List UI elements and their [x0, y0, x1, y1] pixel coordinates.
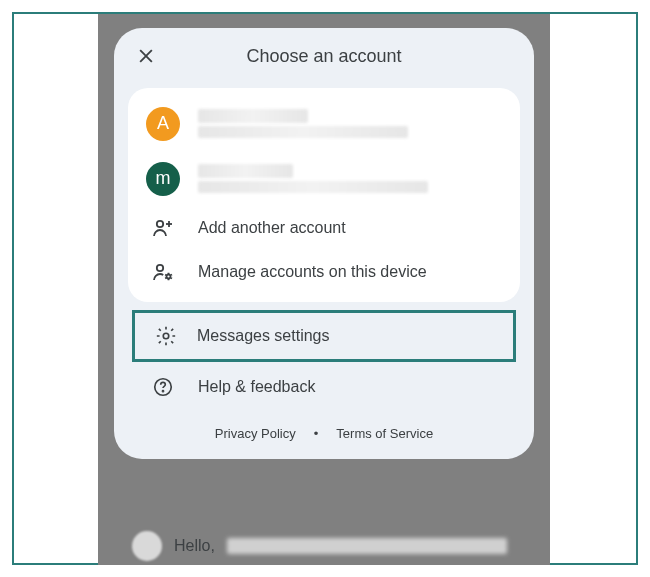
- close-icon: [136, 46, 156, 66]
- hello-text: Hello,: [174, 537, 215, 555]
- svg-point-2: [157, 221, 163, 227]
- messages-settings-label: Messages settings: [197, 327, 330, 345]
- outer-frame: Choose an account A m: [12, 12, 638, 565]
- svg-point-9: [162, 391, 163, 392]
- messages-settings-row[interactable]: Messages settings: [135, 313, 513, 359]
- redacted-text: [227, 538, 507, 554]
- redacted-email: [198, 126, 408, 138]
- account-row[interactable]: A: [128, 96, 520, 151]
- redacted-email: [198, 181, 428, 193]
- svg-point-6: [167, 275, 171, 279]
- lower-actions: Messages settings Help & feedback: [114, 302, 534, 412]
- redacted-name: [198, 109, 308, 123]
- terms-of-service-link[interactable]: Terms of Service: [336, 426, 433, 441]
- footer-links: Privacy Policy • Terms of Service: [114, 412, 534, 445]
- person-gear-icon: [151, 260, 175, 284]
- phone-background: Choose an account A m: [98, 14, 550, 565]
- account-chooser-dialog: Choose an account A m: [114, 28, 534, 459]
- dot-separator: •: [314, 426, 319, 441]
- highlight-box: Messages settings: [132, 310, 516, 362]
- avatar: m: [146, 162, 180, 196]
- add-account-label: Add another account: [198, 219, 346, 237]
- manage-accounts-label: Manage accounts on this device: [198, 263, 427, 281]
- account-row[interactable]: m: [128, 151, 520, 206]
- gear-icon: [155, 325, 177, 347]
- redacted-name: [198, 164, 293, 178]
- privacy-policy-link[interactable]: Privacy Policy: [215, 426, 296, 441]
- accounts-card: A m: [128, 88, 520, 302]
- account-text: [198, 106, 502, 141]
- avatar: [132, 531, 162, 561]
- help-feedback-label: Help & feedback: [198, 378, 315, 396]
- close-button[interactable]: [132, 42, 160, 70]
- add-account-row[interactable]: Add another account: [128, 206, 520, 250]
- svg-point-5: [157, 265, 163, 271]
- person-add-icon: [151, 216, 175, 240]
- account-text: [198, 161, 502, 196]
- help-feedback-row[interactable]: Help & feedback: [114, 362, 534, 412]
- dialog-header: Choose an account: [114, 28, 534, 80]
- help-icon: [152, 376, 174, 398]
- background-message-preview: Hello,: [132, 531, 530, 561]
- avatar: A: [146, 107, 180, 141]
- dialog-title: Choose an account: [160, 46, 488, 67]
- manage-accounts-row[interactable]: Manage accounts on this device: [128, 250, 520, 294]
- svg-point-7: [163, 333, 169, 339]
